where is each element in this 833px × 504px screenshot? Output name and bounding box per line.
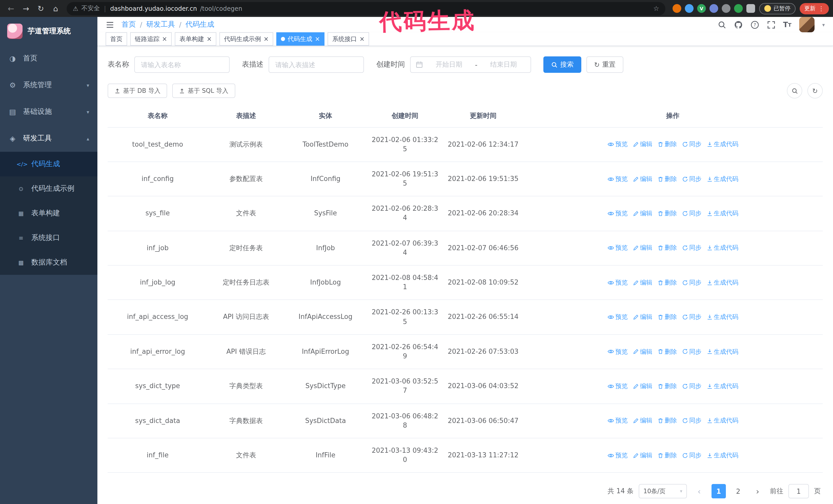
preview-action[interactable]: 预览 xyxy=(607,140,628,149)
preview-action[interactable]: 预览 xyxy=(607,209,628,218)
generate-code-action[interactable]: 生成代码 xyxy=(707,347,738,356)
sidebar-item-form-builder[interactable]: ▦ 表单构建 xyxy=(0,201,97,225)
browser-update-button[interactable]: 更新 ⋮ xyxy=(800,3,829,14)
edit-action[interactable]: 编辑 xyxy=(633,382,652,391)
tab-codegen-demo[interactable]: 代码生成示例 × xyxy=(219,32,273,46)
sidebar-item-codegen-demo[interactable]: ⊙ 代码生成示例 xyxy=(0,176,97,201)
tab-close-icon[interactable]: × xyxy=(162,36,167,42)
preview-action[interactable]: 预览 xyxy=(607,416,628,425)
avatar-caret-down-icon[interactable]: ▾ xyxy=(822,22,825,27)
date-range-picker[interactable]: 开始日期 - 结束日期 xyxy=(410,56,531,73)
preview-action[interactable]: 预览 xyxy=(607,279,628,287)
generate-code-action[interactable]: 生成代码 xyxy=(707,244,738,253)
delete-action[interactable]: 删除 xyxy=(658,313,677,321)
edit-action[interactable]: 编辑 xyxy=(633,451,652,460)
extension-leaf-icon[interactable] xyxy=(734,4,743,13)
breadcrumb-dev-tools[interactable]: 研发工具 xyxy=(146,20,175,29)
delete-action[interactable]: 删除 xyxy=(658,174,677,183)
delete-action[interactable]: 删除 xyxy=(658,451,677,460)
page-button-2[interactable]: 2 xyxy=(731,484,745,499)
generate-code-action[interactable]: 生成代码 xyxy=(707,382,738,391)
tab-form-builder[interactable]: 表单构建 × xyxy=(175,32,216,46)
browser-reload-icon[interactable]: ↻ xyxy=(34,2,48,16)
import-sql-button[interactable]: 基于 SQL 导入 xyxy=(172,83,235,98)
sync-action[interactable]: 同步 xyxy=(682,347,701,356)
page-size-select[interactable]: 10条/页 ▾ xyxy=(639,484,687,499)
preview-action[interactable]: 预览 xyxy=(607,451,628,460)
search-button[interactable]: 搜索 xyxy=(543,56,581,73)
refresh-table-button[interactable]: ↻ xyxy=(807,83,823,98)
extension-people-icon[interactable] xyxy=(710,4,718,13)
toggle-search-button[interactable] xyxy=(787,83,802,98)
sidebar-collapse-icon[interactable] xyxy=(105,20,114,29)
breadcrumb-home[interactable]: 首页 xyxy=(121,20,136,29)
goto-page-input[interactable] xyxy=(788,484,809,499)
preview-action[interactable]: 预览 xyxy=(607,244,628,253)
preview-action[interactable]: 预览 xyxy=(607,174,628,183)
sync-action[interactable]: 同步 xyxy=(682,244,701,253)
edit-action[interactable]: 编辑 xyxy=(633,209,652,218)
extensions-puzzle-icon[interactable] xyxy=(746,4,755,13)
generate-code-action[interactable]: 生成代码 xyxy=(707,416,738,425)
next-page-button[interactable]: › xyxy=(751,484,765,499)
browser-menu-dots-icon[interactable]: ⋮ xyxy=(818,5,824,12)
sync-action[interactable]: 同步 xyxy=(682,451,701,460)
sidebar-item-codegen[interactable]: </> 代码生成 xyxy=(0,152,97,176)
generate-code-action[interactable]: 生成代码 xyxy=(707,279,738,287)
delete-action[interactable]: 删除 xyxy=(658,382,677,391)
preview-action[interactable]: 预览 xyxy=(607,313,628,321)
edit-action[interactable]: 编辑 xyxy=(633,140,652,149)
page-button-1[interactable]: 1 xyxy=(712,484,726,499)
user-avatar[interactable] xyxy=(799,17,814,32)
delete-action[interactable]: 删除 xyxy=(658,209,677,218)
delete-action[interactable]: 删除 xyxy=(658,279,677,287)
browser-back-icon[interactable]: ← xyxy=(4,2,18,16)
extension-green-check-icon[interactable]: V xyxy=(697,4,706,13)
generate-code-action[interactable]: 生成代码 xyxy=(707,174,738,183)
browser-home-icon[interactable]: ⌂ xyxy=(49,2,63,16)
sync-action[interactable]: 同步 xyxy=(682,209,701,218)
extension-orange-icon[interactable] xyxy=(672,4,681,13)
delete-action[interactable]: 删除 xyxy=(658,140,677,149)
generate-code-action[interactable]: 生成代码 xyxy=(707,313,738,321)
tab-close-icon[interactable]: × xyxy=(315,36,320,42)
tab-codegen[interactable]: 代码生成 × xyxy=(276,32,325,46)
table-name-input[interactable] xyxy=(134,56,230,73)
github-icon[interactable] xyxy=(734,20,742,29)
sync-action[interactable]: 同步 xyxy=(682,382,701,391)
sidebar-item-system-admin[interactable]: ⚙ 系统管理 ▾ xyxy=(0,72,97,98)
sidebar-logo[interactable]: 芋道管理系统 xyxy=(0,17,97,45)
browser-forward-icon[interactable]: → xyxy=(19,2,33,16)
tab-system-api[interactable]: 系统接口 × xyxy=(328,32,369,46)
sidebar-item-db-doc[interactable]: ▩ 数据库文档 xyxy=(0,250,97,275)
edit-action[interactable]: 编辑 xyxy=(633,244,652,253)
generate-code-action[interactable]: 生成代码 xyxy=(707,209,738,218)
fullscreen-icon[interactable] xyxy=(767,20,775,29)
sync-action[interactable]: 同步 xyxy=(682,313,701,321)
sync-action[interactable]: 同步 xyxy=(682,279,701,287)
prev-page-button[interactable]: ‹ xyxy=(692,484,706,499)
edit-action[interactable]: 编辑 xyxy=(633,347,652,356)
tab-close-icon[interactable]: × xyxy=(207,36,212,42)
edit-action[interactable]: 编辑 xyxy=(633,174,652,183)
tab-trace[interactable]: 链路追踪 × xyxy=(130,32,172,46)
sidebar-item-dev-tools[interactable]: ◈ 研发工具 ▴ xyxy=(0,125,97,152)
reset-button[interactable]: ↻ 重置 xyxy=(587,56,623,73)
help-icon[interactable]: ? xyxy=(750,20,759,29)
sidebar-item-infrastructure[interactable]: ▤ 基础设施 ▾ xyxy=(0,98,97,125)
edit-action[interactable]: 编辑 xyxy=(633,313,652,321)
tab-home[interactable]: 首页 xyxy=(105,32,127,46)
import-db-button[interactable]: 基于 DB 导入 xyxy=(108,83,167,98)
generate-code-action[interactable]: 生成代码 xyxy=(707,140,738,149)
profile-paused-badge[interactable]: 已暂停 xyxy=(759,3,795,14)
delete-action[interactable]: 删除 xyxy=(658,347,677,356)
address-bar[interactable]: ⚠ 不安全 | dashboard.yudao.iocoder.cn /tool… xyxy=(67,2,665,15)
table-desc-input[interactable] xyxy=(269,56,364,73)
sidebar-item-home[interactable]: ◑ 首页 xyxy=(0,45,97,72)
generate-code-action[interactable]: 生成代码 xyxy=(707,451,738,460)
bookmark-star-icon[interactable]: ☆ xyxy=(653,5,659,12)
search-icon[interactable] xyxy=(717,20,726,29)
preview-action[interactable]: 预览 xyxy=(607,382,628,391)
extension-gray-icon[interactable] xyxy=(722,4,731,13)
sync-action[interactable]: 同步 xyxy=(682,416,701,425)
